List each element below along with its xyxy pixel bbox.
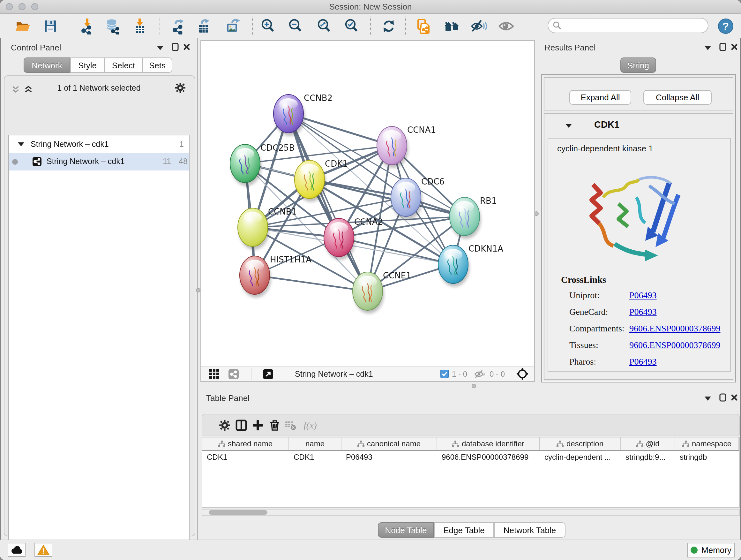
column-header-database-identifier[interactable]: database identifier <box>437 437 540 450</box>
network-edge[interactable] <box>288 114 367 291</box>
column-header-shared-name[interactable]: shared name <box>202 437 289 450</box>
tab-edge-table[interactable]: Edge Table <box>434 522 494 538</box>
table-cell[interactable]: P06493 <box>341 451 437 463</box>
column-header-description[interactable]: description <box>540 437 621 450</box>
save-session-button[interactable] <box>41 17 60 36</box>
right-splitter-handle[interactable] <box>534 211 539 216</box>
network-edge[interactable] <box>339 238 453 264</box>
crosslink-link[interactable]: 9606.ENSP00000378699 <box>629 324 720 334</box>
string-home-button[interactable] <box>442 17 461 36</box>
network-node-ccnb2[interactable] <box>273 95 305 136</box>
table-cell[interactable]: CDK1 <box>202 451 289 463</box>
tab-network[interactable]: Network <box>23 57 70 73</box>
export-image-button[interactable] <box>223 17 243 36</box>
column-header--id[interactable]: @id <box>621 437 675 450</box>
function-builder-icon[interactable]: f(x) <box>300 419 320 432</box>
network-view-title: String Network – cdk1 <box>295 368 373 379</box>
horizontal-splitter-handle[interactable] <box>472 384 476 388</box>
network-node-cdkn1a[interactable] <box>438 245 469 287</box>
network-edge[interactable] <box>255 275 367 291</box>
float-panel-icon[interactable] <box>718 393 728 401</box>
hidden-eye-slash-icon[interactable] <box>474 368 485 379</box>
float-panel-icon[interactable] <box>718 42 728 51</box>
apply-layout-button[interactable] <box>379 17 398 36</box>
network-node-ccnb1[interactable] <box>238 208 269 250</box>
panel-menu-icon[interactable] <box>155 44 165 52</box>
export-table-button[interactable] <box>194 17 213 36</box>
crosslink-link[interactable]: P06493 <box>629 357 657 367</box>
table-settings-gear-icon[interactable] <box>218 419 232 432</box>
zoom-out-button[interactable] <box>286 17 305 36</box>
birdseye-grid-icon[interactable] <box>209 368 219 379</box>
network-node-rb1[interactable] <box>450 197 481 239</box>
table-row[interactable]: CDK1CDK1P064939606.ENSP00000378699cyclin… <box>202 451 739 463</box>
column-header-canonical-name[interactable]: canonical name <box>341 437 437 450</box>
collapse-all-button[interactable]: Collapse All <box>643 90 712 105</box>
tab-style[interactable]: Style <box>70 57 105 73</box>
string-copy-network-button[interactable] <box>414 17 433 36</box>
table-horizontal-scrollbar[interactable] <box>202 509 740 516</box>
network-node-hist1h1a[interactable] <box>240 256 271 298</box>
column-type-icon <box>636 441 643 447</box>
crosslink-link[interactable]: P06493 <box>629 307 657 317</box>
add-column-icon[interactable] <box>251 419 265 432</box>
network-node-ccna2[interactable] <box>324 219 355 260</box>
network-row-selected[interactable]: String Network – cdk1 11 48 <box>9 153 189 171</box>
entry-caret-icon[interactable] <box>565 124 572 128</box>
search-input[interactable] <box>548 18 709 33</box>
hidden-count: 0 - 0 <box>489 368 505 379</box>
memory-button[interactable]: Memory <box>687 543 735 557</box>
tab-network-table[interactable]: Network Table <box>494 522 565 538</box>
zoom-selected-button[interactable] <box>342 17 361 36</box>
network-collection-row[interactable]: String Network – cdk1 1 <box>9 137 189 153</box>
navigator-icon[interactable] <box>516 368 529 379</box>
crosslink-link[interactable]: 9606.ENSP00000378699 <box>629 340 720 351</box>
string-hide-glass-button[interactable] <box>469 17 488 36</box>
node-entry-section: CDK1 cyclin-dependent kinase 1 <box>544 113 733 380</box>
close-panel-icon[interactable] <box>181 42 192 51</box>
delete-table-icon[interactable] <box>283 419 297 432</box>
table-cell[interactable]: cyclin-dependent ... <box>540 451 621 463</box>
collection-caret-icon[interactable] <box>18 142 24 146</box>
table-cell[interactable]: stringdb:9... <box>621 451 675 463</box>
tab-string[interactable]: String <box>620 57 656 73</box>
export-network-button[interactable] <box>169 17 188 36</box>
selected-checkbox[interactable] <box>441 368 449 379</box>
show-graphics-details-button[interactable] <box>496 17 516 36</box>
tab-select[interactable]: Select <box>105 57 142 73</box>
zoom-fit-button[interactable] <box>315 17 334 36</box>
network-view: CCNB2CCNA1CDC25BCDK1CDC6RB1CCNB1CCNA2CDK… <box>200 40 535 382</box>
warning-status-button[interactable] <box>35 543 52 557</box>
detach-view-icon[interactable] <box>263 368 273 379</box>
import-table-button[interactable] <box>130 17 149 36</box>
cloud-status-button[interactable] <box>8 543 25 557</box>
tab-node-table[interactable]: Node Table <box>378 522 434 538</box>
delete-column-icon[interactable] <box>267 419 281 432</box>
column-header-namespace[interactable]: namespace <box>675 437 739 450</box>
table-cell[interactable]: stringdb <box>675 451 739 463</box>
column-header-name[interactable]: name <box>289 437 341 450</box>
panel-menu-icon[interactable] <box>703 394 713 403</box>
scrollbar-thumb[interactable] <box>209 510 267 515</box>
close-panel-icon[interactable] <box>729 42 739 51</box>
panel-menu-icon[interactable] <box>703 44 713 52</box>
close-panel-icon[interactable] <box>729 393 739 401</box>
network-canvas[interactable]: CCNB2CCNA1CDC25BCDK1CDC6RB1CCNB1CCNA2CDK… <box>203 42 532 367</box>
show-columns-icon[interactable] <box>234 419 248 432</box>
zoom-in-button[interactable] <box>259 17 278 36</box>
help-button[interactable]: ? <box>716 17 735 36</box>
left-splitter-handle[interactable] <box>196 288 200 293</box>
network-node-cdc6[interactable] <box>391 178 422 220</box>
tab-sets[interactable]: Sets <box>142 57 172 73</box>
network-options-gear-icon[interactable] <box>175 82 186 96</box>
network-node-ccne1[interactable] <box>353 272 384 314</box>
expand-all-button[interactable]: Expand All <box>569 90 631 105</box>
table-cell[interactable]: CDK1 <box>289 451 341 463</box>
crosslink-link[interactable]: P06493 <box>629 291 657 301</box>
import-network-button[interactable] <box>77 17 96 36</box>
import-network-from-database-button[interactable] <box>104 17 123 36</box>
float-panel-icon[interactable] <box>170 42 180 51</box>
share-network-icon[interactable] <box>228 368 239 379</box>
open-session-button[interactable] <box>13 17 32 36</box>
table-cell[interactable]: 9606.ENSP00000378699 <box>437 451 540 463</box>
